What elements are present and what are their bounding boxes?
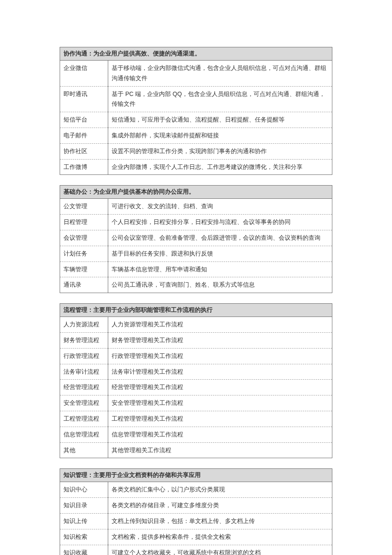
row-desc: 信息管理管理相关工作流程 bbox=[108, 427, 332, 442]
row-label: 短信平台 bbox=[60, 112, 108, 128]
row-label: 人力资源流程 bbox=[60, 317, 108, 333]
section-header: 流程管理：主要用于企业内部职能管理和工作流程的执行 bbox=[60, 304, 332, 317]
row-desc: 工程管理管理相关工作流程 bbox=[108, 411, 332, 427]
row-label: 信息管理流程 bbox=[60, 427, 108, 442]
row-label: 法务审计流程 bbox=[60, 364, 108, 380]
row-label: 知识上传 bbox=[60, 513, 108, 529]
row-label: 知识目录 bbox=[60, 498, 108, 514]
table-row: 即时通讯基于 PC 端，企业内部 QQ，包含企业人员组织信息，可点对点沟通、群组… bbox=[60, 86, 332, 112]
table-row: 公文管理可进行收文、发文的流转、归档、查询 bbox=[60, 199, 332, 215]
table-row: 工作微博企业内部微博，实现个人工作日志、工作思考建议的微博化，关注和分享 bbox=[60, 159, 332, 175]
section-header: 知识管理：主要用于企业文档资料的存储和共享应用 bbox=[60, 469, 332, 482]
row-desc: 可进行收文、发文的流转、归档、查询 bbox=[108, 199, 332, 215]
row-label: 电子邮件 bbox=[60, 128, 108, 143]
row-label: 其他 bbox=[60, 442, 108, 458]
row-desc: 文档上传到知识目录，包括：单文档上传、多文档上传 bbox=[108, 513, 332, 529]
table-row: 短信平台短信通知，可应用于会议通知、流程提醒、日程提醒、任务提醒等 bbox=[60, 112, 332, 128]
row-desc: 各类文档的汇集中心，以门户形式分类展现 bbox=[108, 482, 332, 498]
row-label: 工程管理流程 bbox=[60, 411, 108, 427]
table-row: 企业微信基于移动端，企业内部微信式沟通，包含企业人员组织信息，可点对点沟通、群组… bbox=[60, 61, 332, 87]
row-desc: 可建立个人文档收藏夹，可收藏系统中有权限浏览的文档 bbox=[108, 545, 332, 555]
row-label: 协作社区 bbox=[60, 143, 108, 159]
table-row: 会议管理公司会议室管理、会前准备管理、会后跟进管理，会议的查询、会议资料的查询 bbox=[60, 230, 332, 246]
row-desc: 公司员工通讯录，可查询部门、姓名、联系方式等信息 bbox=[108, 277, 332, 293]
row-desc: 基于 PC 端，企业内部 QQ，包含企业人员组织信息，可点对点沟通、群组沟通，传… bbox=[108, 86, 332, 112]
section-table: 知识管理：主要用于企业文档资料的存储和共享应用知识中心各类文档的汇集中心，以门户… bbox=[60, 468, 332, 555]
row-label: 通讯录 bbox=[60, 277, 108, 293]
row-label: 知识检索 bbox=[60, 529, 108, 545]
row-desc: 基于目标的任务安排、跟进和执行反馈 bbox=[108, 246, 332, 262]
table-row: 计划任务基于目标的任务安排、跟进和执行反馈 bbox=[60, 246, 332, 262]
table-row: 人力资源流程人力资源管理相关工作流程 bbox=[60, 317, 332, 333]
table-row: 知识检索文档检索，提供多种检索条件，提供全文检索 bbox=[60, 529, 332, 545]
row-desc: 文档检索，提供多种检索条件，提供全文检索 bbox=[108, 529, 332, 545]
table-row: 行政管理流程行政管理管理相关工作流程 bbox=[60, 348, 332, 364]
table-row: 财务管理流程财务管理管理相关工作流程 bbox=[60, 332, 332, 348]
row-desc: 其他管理相关工作流程 bbox=[108, 442, 332, 458]
row-label: 公文管理 bbox=[60, 199, 108, 215]
section-header: 协作沟通：为企业用户提供高效、便捷的沟通渠道。 bbox=[60, 47, 332, 61]
row-label: 会议管理 bbox=[60, 230, 108, 246]
row-desc: 设置不同的管理和工作分类，实现跨部门事务的沟通和协作 bbox=[108, 143, 332, 159]
row-desc: 行政管理管理相关工作流程 bbox=[108, 348, 332, 364]
section-table: 基础办公：为企业用户提供基本的协同办公应用。公文管理可进行收文、发文的流转、归档… bbox=[60, 185, 332, 293]
section-header: 基础办公：为企业用户提供基本的协同办公应用。 bbox=[60, 186, 332, 199]
table-row: 协作社区设置不同的管理和工作分类，实现跨部门事务的沟通和协作 bbox=[60, 143, 332, 159]
table-row: 工程管理流程工程管理管理相关工作流程 bbox=[60, 411, 332, 427]
document-page: 协作沟通：为企业用户提供高效、便捷的沟通渠道。企业微信基于移动端，企业内部微信式… bbox=[0, 0, 392, 555]
table-row: 电子邮件集成外部邮件，实现未读邮件提醒和链接 bbox=[60, 128, 332, 143]
section-table: 协作沟通：为企业用户提供高效、便捷的沟通渠道。企业微信基于移动端，企业内部微信式… bbox=[60, 47, 332, 175]
row-label: 经营管理流程 bbox=[60, 380, 108, 395]
table-row: 知识收藏可建立个人文档收藏夹，可收藏系统中有权限浏览的文档 bbox=[60, 545, 332, 555]
row-label: 财务管理流程 bbox=[60, 332, 108, 348]
row-label: 知识收藏 bbox=[60, 545, 108, 555]
table-row: 法务审计流程法务审计管理相关工作流程 bbox=[60, 364, 332, 380]
table-row: 知识目录各类文档的存储目录，可建立多维度分类 bbox=[60, 498, 332, 514]
row-desc: 经营管理管理相关工作流程 bbox=[108, 380, 332, 395]
row-label: 计划任务 bbox=[60, 246, 108, 262]
table-row: 其他其他管理相关工作流程 bbox=[60, 442, 332, 458]
row-label: 知识中心 bbox=[60, 482, 108, 498]
row-desc: 基于移动端，企业内部微信式沟通，包含企业人员组织信息，可点对点沟通、群组沟通传输… bbox=[108, 61, 332, 87]
row-label: 日程管理 bbox=[60, 215, 108, 230]
table-row: 知识上传文档上传到知识目录，包括：单文档上传、多文档上传 bbox=[60, 513, 332, 529]
table-row: 知识中心各类文档的汇集中心，以门户形式分类展现 bbox=[60, 482, 332, 498]
row-desc: 财务管理管理相关工作流程 bbox=[108, 332, 332, 348]
row-desc: 各类文档的存储目录，可建立多维度分类 bbox=[108, 498, 332, 514]
row-label: 行政管理流程 bbox=[60, 348, 108, 364]
table-row: 信息管理流程信息管理管理相关工作流程 bbox=[60, 427, 332, 442]
section-table: 流程管理：主要用于企业内部职能管理和工作流程的执行人力资源流程人力资源管理相关工… bbox=[60, 303, 332, 458]
row-desc: 集成外部邮件，实现未读邮件提醒和链接 bbox=[108, 128, 332, 143]
row-desc: 公司会议室管理、会前准备管理、会后跟进管理，会议的查询、会议资料的查询 bbox=[108, 230, 332, 246]
table-row: 日程管理个人日程安排，日程安排分享，日程安排与流程、会议等事务的协同 bbox=[60, 215, 332, 230]
table-row: 通讯录公司员工通讯录，可查询部门、姓名、联系方式等信息 bbox=[60, 277, 332, 293]
row-desc: 人力资源管理相关工作流程 bbox=[108, 317, 332, 333]
row-label: 车辆管理 bbox=[60, 262, 108, 277]
row-desc: 个人日程安排，日程安排分享，日程安排与流程、会议等事务的协同 bbox=[108, 215, 332, 230]
table-row: 车辆管理车辆基本信息管理、用车申请和通知 bbox=[60, 262, 332, 277]
row-label: 安全管理流程 bbox=[60, 395, 108, 411]
row-desc: 安全管理管理相关工作流程 bbox=[108, 395, 332, 411]
row-desc: 企业内部微博，实现个人工作日志、工作思考建议的微博化，关注和分享 bbox=[108, 159, 332, 175]
table-row: 经营管理流程经营管理管理相关工作流程 bbox=[60, 380, 332, 395]
row-desc: 短信通知，可应用于会议通知、流程提醒、日程提醒、任务提醒等 bbox=[108, 112, 332, 128]
row-label: 工作微博 bbox=[60, 159, 108, 175]
row-label: 即时通讯 bbox=[60, 86, 108, 112]
row-desc: 车辆基本信息管理、用车申请和通知 bbox=[108, 262, 332, 277]
row-label: 企业微信 bbox=[60, 61, 108, 87]
table-row: 安全管理流程安全管理管理相关工作流程 bbox=[60, 395, 332, 411]
row-desc: 法务审计管理相关工作流程 bbox=[108, 364, 332, 380]
